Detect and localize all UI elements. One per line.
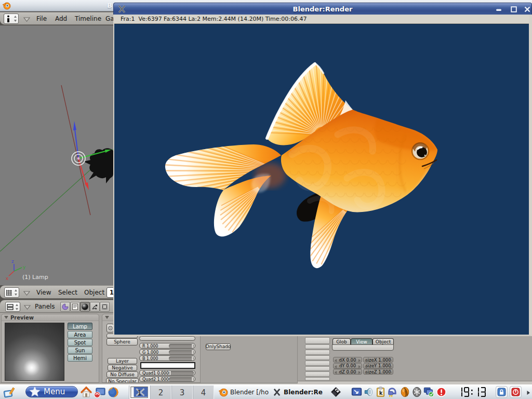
home-icon[interactable]: [80, 386, 92, 398]
sphere-button[interactable]: Sphere: [107, 338, 138, 345]
negative-button[interactable]: Negative: [108, 365, 137, 371]
no-diffuse-button[interactable]: No Diffuse: [107, 371, 138, 378]
screen-arrow-icon[interactable]: [351, 387, 362, 397]
empty-row-button[interactable]: [305, 377, 330, 381]
decrement-arrow[interactable]: [365, 359, 367, 362]
volume-icon[interactable]: [363, 387, 374, 397]
lamp-type-sun[interactable]: Sun: [68, 347, 92, 354]
lock-button[interactable]: [496, 386, 508, 398]
firefox-icon[interactable]: [107, 386, 119, 398]
transform-empty-field[interactable]: [332, 344, 394, 351]
increment-arrow[interactable]: [390, 359, 392, 362]
slider-knob[interactable]: [169, 371, 171, 375]
tab-glob[interactable]: Glob: [332, 338, 351, 344]
maximize-button[interactable]: [510, 6, 517, 13]
slider-r[interactable]: R 1.000: [139, 343, 195, 349]
slider-knob[interactable]: [192, 350, 193, 354]
minimize-button[interactable]: [495, 6, 502, 13]
lamp-color-swatch[interactable]: [140, 362, 195, 369]
gray-ball-icon[interactable]: [411, 387, 422, 397]
plug-icon[interactable]: [387, 387, 397, 397]
decrement-arrow[interactable]: [365, 365, 367, 368]
slider-g[interactable]: G 1.000: [139, 349, 195, 355]
menu-timeline[interactable]: Timeline: [75, 12, 101, 25]
layer-button[interactable]: Layer: [108, 358, 137, 364]
slider-knob[interactable]: [192, 344, 193, 348]
empty-row-button[interactable]: [305, 371, 330, 377]
empty-row-button[interactable]: [305, 355, 330, 360]
preview-panel-header[interactable]: Preview: [2, 314, 99, 321]
slider-b[interactable]: B 1.000: [139, 355, 195, 361]
menu-panels[interactable]: Panels: [35, 300, 55, 313]
empty-row-button[interactable]: [305, 337, 330, 344]
shading-button[interactable]: [80, 302, 90, 312]
slider-quad2[interactable]: Quad2 1.000: [139, 376, 195, 382]
notes-icon[interactable]: [3, 386, 16, 398]
menu-select[interactable]: Select: [58, 286, 77, 299]
increment-arrow[interactable]: [358, 359, 361, 362]
increment-arrow[interactable]: [358, 365, 361, 368]
header-collapse-triangle[interactable]: [23, 17, 30, 22]
field-dz[interactable]: dZ 0.00: [333, 369, 362, 375]
lamp-type-spot[interactable]: Spot: [68, 339, 92, 346]
menu-object[interactable]: Object: [84, 286, 104, 299]
empty-row-button[interactable]: [305, 344, 330, 349]
lamp-type-area[interactable]: Area: [68, 331, 92, 338]
menu-file[interactable]: File: [36, 12, 47, 25]
menu-add[interactable]: Add: [55, 12, 67, 25]
pager-desktop-4[interactable]: 4: [193, 385, 214, 399]
diamond-disk-icon[interactable]: [330, 387, 341, 397]
alert-icon[interactable]: [436, 387, 447, 397]
increment-arrow[interactable]: [358, 371, 361, 374]
empty-row-button[interactable]: [305, 350, 330, 355]
window-type-button[interactable]: [4, 14, 19, 24]
logic-button[interactable]: [60, 302, 70, 312]
menu-button[interactable]: Menu: [25, 386, 78, 397]
lamp-type-lamp[interactable]: Lamp: [68, 323, 92, 330]
lamp-auto-button[interactable]: [107, 324, 114, 332]
view3d-window-type-button[interactable]: [4, 287, 19, 298]
decrement-arrow[interactable]: [365, 371, 367, 374]
script-button[interactable]: [70, 302, 80, 312]
empty-row-button[interactable]: [305, 366, 330, 371]
increment-arrow[interactable]: [390, 371, 392, 374]
buttons-window-type-button[interactable]: [5, 302, 20, 312]
close-button[interactable]: [524, 6, 531, 13]
buttons-collapse-triangle[interactable]: [24, 305, 31, 310]
task-blender-render[interactable]: Blender:Re: [273, 385, 325, 399]
editing-button[interactable]: [100, 302, 110, 312]
empty-row-button[interactable]: [305, 361, 330, 366]
tab-view[interactable]: View: [351, 338, 373, 344]
task-blender-app[interactable]: Blender [/ho: [218, 385, 273, 399]
no-specular-button[interactable]: No Specular: [106, 378, 139, 383]
field-sizex[interactable]: sizeX 1.000: [363, 357, 393, 363]
tab-object[interactable]: Object: [373, 338, 394, 344]
pager-desktop-2[interactable]: 2: [150, 385, 171, 399]
decrement-arrow[interactable]: [335, 359, 337, 362]
slider-quad1[interactable]: Quad1 0.000: [139, 370, 195, 376]
orange-ball-icon[interactable]: [400, 387, 410, 397]
decrement-arrow[interactable]: [335, 371, 337, 374]
slider-knob[interactable]: [192, 356, 193, 361]
field-dx[interactable]: dX 0.00: [333, 357, 362, 363]
only-shadow-button[interactable]: OnlyShado: [206, 343, 231, 350]
field-dy[interactable]: dY 0.00: [333, 363, 362, 369]
lamp-type-hemi[interactable]: Hemi: [68, 354, 92, 362]
update-check-icon[interactable]: [423, 387, 434, 397]
decrement-arrow[interactable]: [335, 365, 337, 368]
view3d-collapse-triangle[interactable]: [23, 291, 30, 296]
field-sizey[interactable]: sizeY 1.000: [363, 363, 393, 369]
display-icon[interactable]: [94, 386, 106, 398]
field-sizez[interactable]: sizeZ 1.000: [363, 369, 393, 375]
menu-view[interactable]: View: [36, 286, 51, 299]
increment-arrow[interactable]: [390, 365, 392, 368]
pager-desktop-1[interactable]: 1: [129, 385, 150, 399]
shutdown-button[interactable]: [510, 386, 522, 398]
render-window-titlebar[interactable]: Blender:Render: [113, 3, 532, 15]
klipper-icon[interactable]: k: [375, 387, 386, 397]
object-button[interactable]: [90, 302, 100, 312]
slider-knob[interactable]: [192, 377, 193, 381]
panel-expand-arrow[interactable]: [526, 390, 530, 395]
pager-desktop-3[interactable]: 3: [171, 385, 193, 399]
energy-slider-sliver[interactable]: [139, 336, 195, 341]
